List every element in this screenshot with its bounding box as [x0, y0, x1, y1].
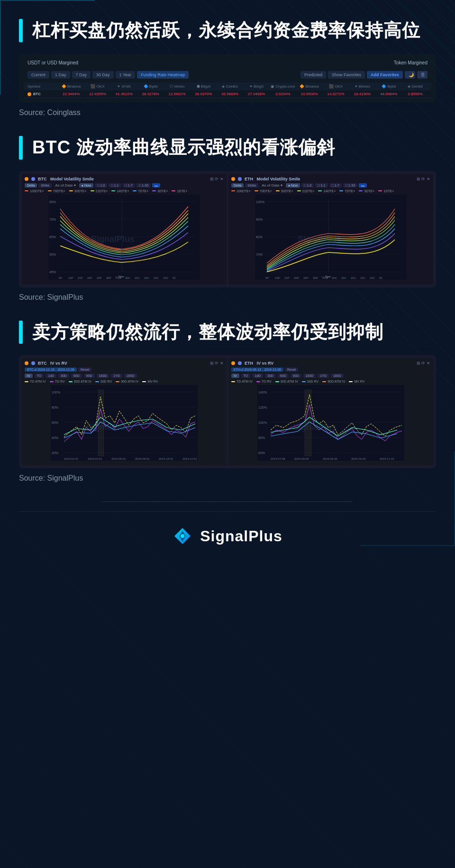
btc-dot-header — [25, 177, 28, 181]
eth-iv-tab-90d[interactable]: 90D — [291, 374, 301, 378]
eth-iv-tab-30d[interactable]: 30D — [265, 374, 276, 378]
cg-tab-current[interactable]: Current — [27, 71, 49, 79]
source-coinglass: Source: Coinglass — [19, 108, 436, 117]
svg-text:5P: 5P — [265, 277, 269, 279]
btc-ctrl-custom[interactable]: ▬ — [152, 183, 160, 188]
svg-line-4 — [441, 0, 455, 14]
eth-panel-title: ETH Model Volatility Smile — [245, 177, 300, 181]
eth-iv-tab-60d[interactable]: 60D — [278, 374, 289, 378]
btc-legend: 100DTE+ 70DTE+ 30DTE+ 21DTE+ — [25, 189, 224, 193]
cg-col-crypto: ▣ Crypto.com — [271, 84, 295, 89]
btc-iv-tab-180d[interactable]: 180D — [97, 374, 109, 378]
btc-iv-rv-tabs2: IV TO 1dD 30D 60D 90D 180D 1YD 180D — [25, 374, 224, 378]
btc-ctrl-1-7[interactable]: □ 1-7 — [123, 183, 135, 188]
btc-iv-tab-30d[interactable]: 30D — [58, 374, 69, 378]
eth-ctrl-delta[interactable]: Delta — [231, 183, 244, 188]
eth-iv-rv-header: ETH IV vs RV ⊞ ⟳ ✕ — [231, 361, 430, 366]
footer-brand-name: SignalPlus — [200, 528, 282, 545]
btc-iv-rv-panel: BTC IV vs RV ⊞ ⟳ ✕ BTC-d 2024-12-19 - 20… — [22, 358, 227, 465]
iv-rv-container: BTC IV vs RV ⊞ ⟳ ✕ BTC-d 2024-12-19 - 20… — [19, 355, 436, 468]
cg-tab-1day[interactable]: 1 Day — [51, 71, 70, 79]
svg-text:25P: 25P — [303, 277, 309, 279]
svg-text:5P: 5P — [59, 277, 62, 279]
cg-tab-predicted[interactable]: Predicted — [300, 71, 326, 79]
btc-ivrv-legend-6: MV RV — [142, 380, 158, 383]
btc-iv-tab-iv[interactable]: IV — [25, 374, 33, 378]
eth-iv-tab-iv[interactable]: IV — [231, 374, 239, 378]
eth-iv-rv-title: ETH IV vs RV — [245, 361, 273, 366]
cg-col-bingx: ✦ BingX — [244, 84, 269, 89]
eth-ctrl-custom[interactable]: ▬ — [359, 183, 367, 188]
btc-ctrl-now[interactable]: ● Now — [79, 183, 93, 188]
cg-col-bitget: ⬢ Bitget — [191, 84, 216, 89]
btc-iv-tab-60d[interactable]: 60D — [71, 374, 82, 378]
btc-vol-panel: BTC Model Volatility Smile ⊞ ⟳ ✕ Delta S… — [22, 174, 227, 285]
btc-ctrl-strike[interactable]: Strike — [38, 183, 52, 188]
svg-text:40%: 40% — [52, 436, 58, 439]
svg-text:55%: 55% — [49, 253, 56, 256]
svg-text:2024-11-15: 2024-11-15 — [380, 457, 394, 460]
section3-header: 卖方策略仍然流行，整体波动率仍受到抑制 — [19, 321, 436, 344]
eth-ctrl-now[interactable]: ● Now — [286, 183, 300, 188]
footer-separator — [102, 501, 353, 502]
cg-tab-show-fav[interactable]: Show Favorites — [328, 71, 365, 79]
cg-tab-heatmap[interactable]: Funding Rate Heatmap — [137, 71, 189, 79]
cg-btc-bitget: 26.9370% — [191, 92, 216, 96]
btc-ctrl-1-30[interactable]: □ 1-30 — [136, 183, 151, 188]
btc-ivrv-legend-4: 30D RV — [95, 380, 112, 383]
cg-btc-vertex: 12.9902% — [165, 92, 190, 96]
eth-legend-4: 21DTE+ — [297, 189, 315, 193]
btc-iv-rv-reset[interactable]: Reset — [78, 367, 91, 372]
cg-tab-7day[interactable]: 7 Day — [72, 71, 91, 79]
eth-ctrl-1-30[interactable]: □ 1-30 — [343, 183, 357, 188]
eth-legend-7: 3DTE+ — [359, 189, 374, 193]
btc-iv-tab-90d[interactable]: 90D — [84, 374, 95, 378]
eth-ivrv-legend-6: MV RV — [349, 380, 364, 383]
eth-iv-rv-period[interactable]: ETH-d 2024-06-12 - 2024-12-08 — [231, 367, 283, 372]
btc-ctrl-delta[interactable]: Delta — [25, 183, 37, 188]
svg-text:2024-09-26: 2024-09-26 — [323, 457, 337, 460]
btc-iv-tab-1d[interactable]: 1dD — [46, 374, 56, 378]
svg-text:20%: 20% — [52, 451, 58, 455]
cg-tab-menu[interactable]: ☰ — [417, 71, 428, 79]
cg-tab-1year[interactable]: 1 Year — [116, 71, 136, 79]
svg-text:15P: 15P — [284, 277, 290, 279]
cg-btc-row: BTC 22.3464% 12.4355% 41.4510% 28.3278% … — [24, 90, 431, 98]
cg-tab-theme[interactable]: 🌙 — [405, 71, 415, 79]
source-signalplus-ivrv: Source: SignalPlus — [19, 474, 436, 483]
cg-header-row: Symbol 🔶 Binance ⬛ OKX ✦ dYdX 🔷 Bybit ⬡ … — [24, 82, 431, 90]
cg-tab-add-fav[interactable]: Add Favorites — [367, 71, 403, 79]
eth-iv-tab-180d2[interactable]: 180D — [331, 374, 344, 378]
source-signalplus-vol: Source: SignalPlus — [19, 293, 436, 302]
eth-iv-rv-controls-icons: ⊞ ⟳ ✕ — [417, 361, 430, 366]
cg-col-okx-l: ⬛ OKX — [85, 84, 110, 89]
cg-btc-deribit: 3.8599% — [403, 92, 428, 96]
svg-text:15P: 15P — [78, 277, 83, 279]
cg-tab-30day[interactable]: 30 Day — [92, 71, 114, 79]
eth-iv-tab-1d[interactable]: 1dD — [252, 374, 263, 378]
eth-ctrl-1-1[interactable]: □ 1-1 — [315, 183, 328, 188]
svg-text:20C: 20C — [351, 277, 356, 279]
eth-iv-rv-reset[interactable]: Reset — [285, 367, 298, 372]
eth-ctrl-1-7[interactable]: □ 1-7 — [329, 183, 342, 188]
cg-label-token: Token Margined — [394, 60, 428, 65]
btc-iv-rv-period[interactable]: BTC-d 2024-12-19 - 2024-12-09 — [25, 367, 77, 372]
btc-iv-tab-to[interactable]: TO — [35, 374, 44, 378]
eth-iv-tab-180d[interactable]: 180D — [303, 374, 316, 378]
eth-panel-tabs: Delta Strike As of Date ▾ ● Now □ 1-0 □ … — [231, 183, 430, 188]
eth-ctrl-1-0[interactable]: □ 1-0 — [301, 183, 314, 188]
svg-text:80%: 80% — [258, 436, 265, 439]
btc-iv-tab-180d2[interactable]: 180D — [124, 374, 137, 378]
eth-iv-tab-to[interactable]: TO — [241, 374, 251, 378]
btc-dot-ivrv — [25, 361, 28, 365]
svg-text:SignalPlus: SignalPlus — [86, 422, 130, 432]
eth-iv-rv-tabs: ETH-d 2024-06-12 - 2024-12-08 Reset — [231, 367, 430, 372]
svg-text:75%: 75% — [49, 218, 56, 221]
svg-text:100%: 100% — [256, 200, 264, 204]
eth-iv-tab-1yd[interactable]: 1YD — [318, 374, 329, 378]
eth-ctrl-strike[interactable]: Strike — [245, 183, 258, 188]
btc-iv-tab-1yd[interactable]: 1YD — [111, 374, 122, 378]
accent-bar-3 — [19, 321, 23, 344]
btc-ctrl-1-0[interactable]: □ 1-0 — [95, 183, 107, 188]
btc-ctrl-1-1[interactable]: □ 1-1 — [109, 183, 121, 188]
